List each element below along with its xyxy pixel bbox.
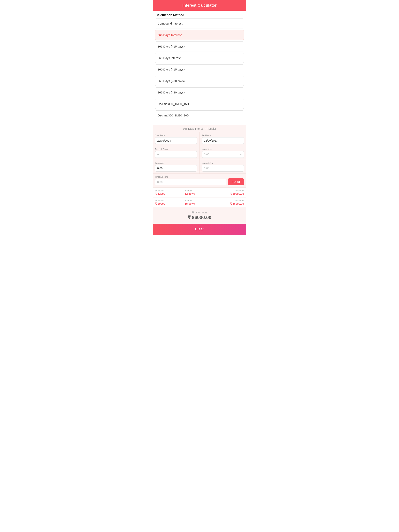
loan-amt-value-1: ₹ 20000 — [155, 202, 185, 205]
loan-amt-input[interactable] — [155, 165, 197, 171]
method-item-compound[interactable]: Compound Interest — [155, 19, 244, 28]
loan-amt-label-0: Loan Amt — [155, 190, 185, 192]
loan-amt-label: Loan Amt — [155, 162, 197, 164]
app-title: Interest Calculator — [156, 3, 243, 8]
app-header: Interest Calculator — [153, 0, 246, 11]
loan-cell-final-1: Final Amt ₹ 56000.00 — [214, 199, 244, 205]
interest-amt-cell: Interest Amt — [200, 160, 246, 174]
loan-row-0: Loan Amt ₹ 12000 Interest 12.50 % Final … — [153, 188, 246, 197]
method-item-365days_lt30[interactable]: 365 Days (<30 days) — [155, 88, 244, 97]
loan-cell-final-0: Final Amt ₹ 30000.00 — [214, 190, 244, 195]
method-item-365days[interactable]: 365 Days Interest — [155, 30, 244, 40]
loan-cell-amt-0: Loan Amt ₹ 12000 — [155, 190, 185, 195]
method-item-360days_lt30[interactable]: 360 Days (<30 days) — [155, 76, 244, 86]
interest-label-1: Interest — [185, 199, 214, 202]
start-date-label: Start Date — [155, 134, 197, 137]
loan-amt-cell: Loan Amt — [153, 160, 200, 174]
deposit-days-label: Deposit Days — [155, 148, 197, 150]
add-button[interactable]: + Add — [228, 178, 244, 185]
method-item-365days_lt15[interactable]: 365 Days (<15 days) — [155, 41, 244, 51]
final-amt-value-1: ₹ 56000.00 — [230, 202, 244, 205]
method-list: Compound Interest365 Days Interest365 Da… — [153, 19, 246, 120]
final-amt-value-0: ₹ 30000.00 — [230, 192, 244, 195]
form-grid: Start Date End Date Deposit Days Interes… — [153, 132, 246, 174]
final-amount-input[interactable] — [155, 179, 226, 185]
loan-cell-amt-1: Loan Amt ₹ 20000 — [155, 199, 185, 205]
summary-amount: ₹ 86000.00 — [155, 215, 244, 220]
percent-suffix: % — [240, 153, 242, 156]
method-item-decimal360_1m30_30d[interactable]: Decimal360_1M30_30D — [155, 110, 244, 120]
loan-row-1: Loan Amt ₹ 20000 Interest 15.00 % Final … — [153, 197, 246, 207]
section-label: Calculation Method — [153, 11, 246, 19]
final-amt-label-1: Final Amt — [235, 199, 244, 202]
final-amount-cell: Final Amount — [155, 176, 226, 185]
loan-cell-interest-0: Interest 12.50 % — [185, 190, 214, 195]
calculator-section: 365 Days Interest - Regular Start Date E… — [153, 125, 246, 224]
summary-label: Final Amount — [155, 211, 244, 214]
interest-amt-input[interactable] — [202, 165, 244, 171]
end-date-cell: End Date — [200, 132, 246, 146]
interest-pct-cell: Interest % % — [200, 146, 246, 160]
summary-section: Final Amount ₹ 86000.00 — [153, 207, 246, 224]
loan-amt-value-0: ₹ 12000 — [155, 192, 185, 195]
final-amount-row: Final Amount + Add — [153, 174, 246, 188]
clear-button[interactable]: Clear — [153, 224, 246, 235]
final-amount-label: Final Amount — [155, 176, 226, 178]
start-date-input[interactable] — [155, 137, 197, 144]
method-item-decimal360_1m30_15d[interactable]: Decimal360_1M30_15D — [155, 99, 244, 109]
deposit-days-input[interactable] — [155, 151, 197, 158]
calc-header: 365 Days Interest - Regular — [153, 125, 246, 132]
interest-value-1: 15.00 % — [185, 202, 214, 205]
interest-amt-label: Interest Amt — [202, 162, 244, 164]
interest-pct-input[interactable] — [202, 151, 244, 158]
loan-rows: Loan Amt ₹ 12000 Interest 12.50 % Final … — [153, 188, 246, 207]
final-amt-label-0: Final Amt — [235, 190, 244, 192]
end-date-input[interactable] — [202, 137, 244, 144]
loan-cell-interest-1: Interest 15.00 % — [185, 199, 214, 205]
method-item-360days[interactable]: 360 Days Interest — [155, 53, 244, 63]
loan-amt-label-1: Loan Amt — [155, 199, 185, 202]
start-date-cell: Start Date — [153, 132, 200, 146]
deposit-days-cell: Deposit Days — [153, 146, 200, 160]
interest-label-0: Interest — [185, 190, 214, 192]
interest-pct-label: Interest % — [202, 148, 244, 150]
end-date-label: End Date — [202, 134, 244, 137]
interest-value-0: 12.50 % — [185, 192, 214, 195]
method-item-360days_lt15[interactable]: 360 Days (<15 days) — [155, 64, 244, 74]
